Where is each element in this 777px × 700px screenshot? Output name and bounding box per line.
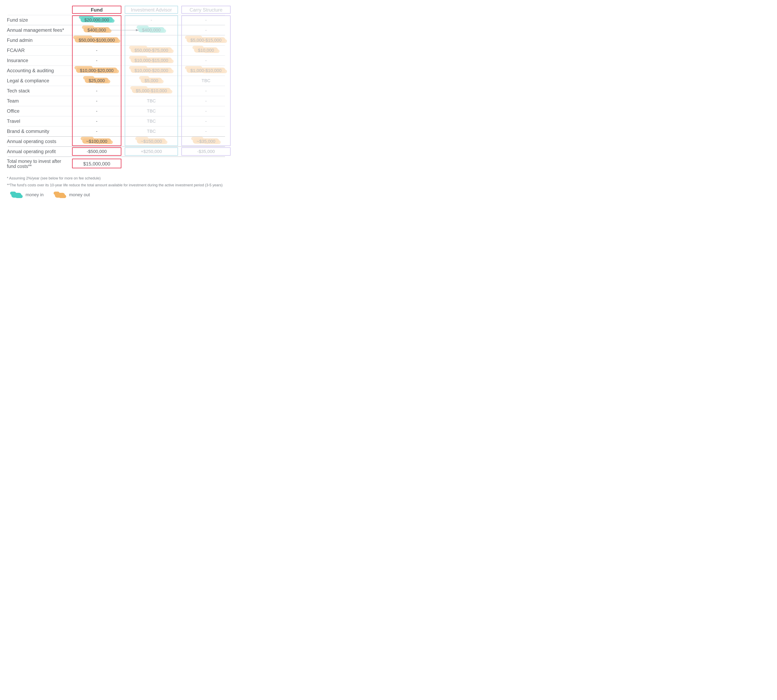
cell-advisor: - [123, 17, 180, 23]
fund-cost-diagram: Fund Investment Advisor Carry Structure … [0, 0, 233, 206]
row-label: Annual operating profit [6, 149, 70, 154]
cell-value: $10,000-$15,000 [133, 58, 169, 63]
row-label: FCA/AR [6, 48, 70, 53]
cell-value: - [95, 48, 98, 53]
cell-value: - [204, 17, 208, 23]
cell-value: TBC [200, 78, 212, 83]
cell-carry: - [180, 118, 232, 125]
cell-fund: - [70, 47, 123, 54]
cell-value: $20,000,000 [83, 17, 110, 23]
swatch-teal [11, 193, 22, 198]
cell-value: $5,000 [143, 78, 159, 83]
cell-fund: $400,000 [70, 27, 123, 33]
cell-fund: $20,000,000 [70, 17, 123, 23]
cell-value: $400,000 [141, 28, 162, 33]
cell-advisor: $400,000 [123, 27, 180, 33]
cell-carry: - [180, 57, 232, 64]
cell-value: $5,000-$15,000 [189, 38, 223, 43]
cell-advisor [123, 37, 180, 44]
row-label: Insurance [6, 58, 70, 63]
table-row: Annual management fees*$400,000$400,000- [6, 25, 227, 35]
cell-advisor: $5,000-$10,000 [123, 87, 180, 94]
cell-carry: - [180, 17, 232, 23]
table-row: Travel-TBC- [6, 116, 227, 126]
cell-fund: - [70, 108, 123, 115]
cell-value: - [204, 98, 208, 103]
cell-fund: $50,000-$100,000 [70, 37, 123, 44]
row-label: Tech stack [6, 88, 70, 93]
cell-fund: - [70, 128, 123, 135]
cell-value: $5,000-$10,000 [135, 88, 168, 93]
cell-fund: - [70, 118, 123, 125]
row-label: Legal & compliance [6, 78, 70, 83]
table-row: Accounting & auditing$10,000-$20,000$10,… [6, 65, 227, 76]
cell-fund: - [70, 57, 123, 64]
cell-carry: $10,000 [180, 47, 232, 54]
footnote-2: **The fund's costs over its 10-year life… [7, 182, 227, 188]
table-row: Annual operating costs~$100,000~$150,000… [6, 137, 227, 147]
cell-value: TBC [146, 98, 157, 103]
row-label: Travel [6, 118, 70, 124]
legend-money-out: money out [55, 192, 90, 197]
cell-value: - [204, 129, 208, 134]
cell-value: ~$35,000 [195, 139, 217, 144]
cell-value: $10,000 [197, 48, 215, 53]
cell-value: - [204, 88, 208, 93]
cell-fund: - [70, 98, 123, 104]
row-total-invest: Total money to invest after fund costs**… [6, 157, 227, 171]
footnotes: * Assuming 2%/year (see below for more o… [6, 175, 227, 188]
cell-advisor: TBC [123, 98, 180, 104]
cell-advisor: ~$150,000 [123, 138, 180, 145]
cell-value: - [149, 17, 153, 23]
cell-advisor: TBC [123, 118, 180, 125]
cell-advisor: $5,000 [123, 77, 180, 84]
header-row: Fund Investment Advisor Carry Structure [6, 5, 227, 15]
row-label: Brand & community [6, 129, 70, 134]
table-grid: Fund Investment Advisor Carry Structure … [6, 5, 227, 171]
col-header-advisor: Investment Advisor [123, 6, 180, 14]
cell-value: $400,000 [86, 28, 107, 33]
table-row: Tech stack-$5,000-$10,000- [6, 86, 227, 96]
cell-value: $15,000,000 [82, 161, 111, 167]
cell-value: $50,000-$75,000 [133, 48, 169, 53]
cell-carry: - [180, 128, 232, 135]
table-row: Office-TBC- [6, 106, 227, 116]
cell-value: $10,000-$20,000 [79, 68, 115, 73]
cell-value: $1,000-$10,000 [189, 68, 223, 73]
row-label: Total money to invest after fund costs** [6, 159, 70, 169]
table-row: Insurance-$10,000-$15,000- [6, 55, 227, 65]
table-row: FCA/AR-$50,000-$75,000$10,000 [6, 45, 227, 55]
cell-carry: - [180, 98, 232, 104]
cell-advisor: $10,000-$20,000 [123, 67, 180, 74]
cell-value: TBC [146, 129, 157, 134]
cell-carry: - [180, 108, 232, 115]
footnote-1: * Assuming 2%/year (see below for more o… [7, 175, 227, 182]
cell-value: $25,000 [87, 78, 106, 83]
cell-advisor: $10,000-$15,000 [123, 57, 180, 64]
cell-fund: $25,000 [70, 77, 123, 84]
legend-money-in: money in [11, 192, 43, 197]
cell-value: - [95, 88, 98, 93]
cell-fund: - [70, 87, 123, 94]
swatch-orange [55, 193, 65, 198]
cell-fund: ~$100,000 [70, 138, 123, 145]
cell-carry: - [180, 27, 232, 33]
cell-advisor: $50,000-$75,000 [123, 47, 180, 54]
cell-value: -$35,000 [196, 149, 216, 154]
row-label: Annual operating costs [6, 139, 70, 144]
table-row: Fund size$20,000,000-- [6, 15, 227, 25]
table-row: Team-TBC- [6, 96, 227, 106]
row-label: Fund size [6, 17, 70, 23]
cell-carry: - [180, 87, 232, 94]
col-header-carry: Carry Structure [180, 6, 232, 14]
cell-advisor: TBC [123, 128, 180, 135]
cell-value: +$250,000 [140, 149, 163, 154]
cell-value: - [95, 129, 98, 134]
cell-fund: $10,000-$20,000 [70, 67, 123, 74]
cell-value: ~$100,000 [85, 139, 108, 144]
cell-carry: TBC [180, 77, 232, 84]
row-label: Office [6, 108, 70, 114]
cell-carry: $5,000-$15,000 [180, 37, 232, 44]
cell-value: - [95, 108, 98, 114]
row-label: Annual management fees* [6, 28, 70, 33]
